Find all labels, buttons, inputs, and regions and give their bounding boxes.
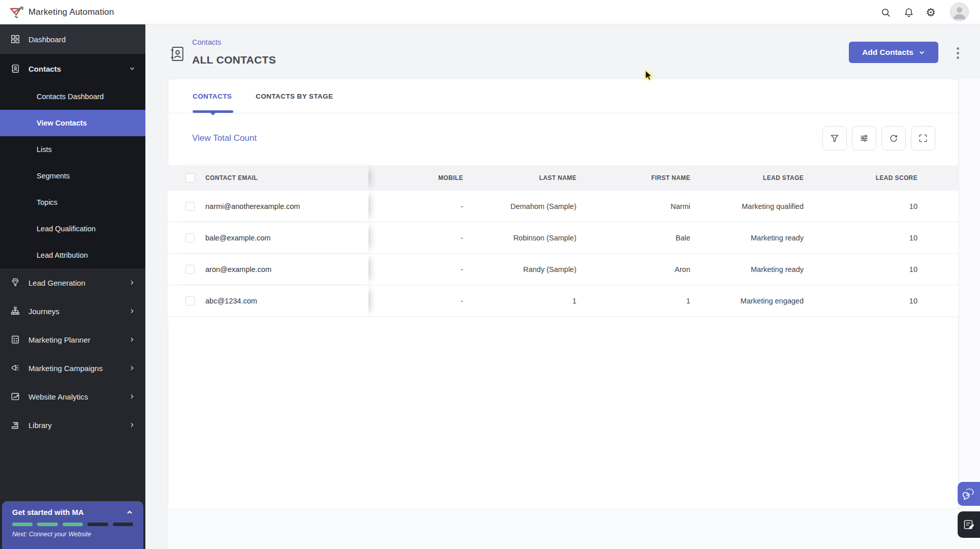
megaphone-icon — [11, 363, 20, 373]
header-contact-email: CONTACT EMAIL — [168, 165, 369, 191]
sub-item-label: Lead Attribution — [37, 251, 88, 259]
sliders-icon — [859, 133, 869, 143]
header-first-name: FIRST NAME — [577, 174, 691, 181]
sidebar-item-lead-generation[interactable]: Lead Generation — [0, 268, 145, 297]
cell-last-name: Robinson (Sample) — [464, 234, 577, 242]
feedback-compose-icon — [963, 518, 975, 531]
add-contacts-label: Add Contacts — [862, 48, 913, 57]
contacts-table: CONTACT EMAIL MOBILE LAST NAME FIRST NAM… — [168, 165, 959, 317]
progress-segment-done — [63, 523, 83, 526]
sidebar-item-lead-qualification[interactable]: Lead Qualification — [0, 216, 145, 242]
sidebar-item-segments[interactable]: Segments — [0, 163, 145, 189]
sidebar-item-lists[interactable]: Lists — [0, 136, 145, 163]
contact-email: abc@1234.com — [205, 297, 257, 305]
gear-icon[interactable]: ⚙ — [924, 6, 937, 19]
tab-contacts-by-stage[interactable]: CONTACTS BY STAGE — [256, 79, 333, 113]
cell-lead-score: 10 — [805, 202, 918, 210]
table-row[interactable]: abc@1234.com - 1 1 Marketing engaged 10 — [168, 285, 959, 317]
breadcrumb[interactable]: Contacts — [192, 38, 221, 46]
cell-contact-email: abc@1234.com — [168, 285, 369, 316]
contacts-book-icon — [11, 64, 20, 73]
table-row[interactable]: narmi@anotherexample.com - Demahom (Samp… — [168, 191, 959, 222]
chevron-down-icon — [918, 49, 925, 56]
fullscreen-button[interactable] — [911, 126, 935, 150]
more-options-kebab-icon[interactable] — [952, 45, 964, 61]
chat-widget-button[interactable] — [958, 482, 980, 506]
search-icon[interactable] — [879, 6, 893, 19]
sidebar-item-label: Contacts — [28, 65, 61, 73]
cell-mobile: - — [369, 297, 464, 305]
progress-segment-done — [12, 523, 33, 526]
sidebar-item-label: Dashboard — [28, 35, 66, 44]
row-checkbox[interactable] — [186, 296, 195, 306]
sidebar-item-view-contacts[interactable]: View Contacts — [0, 110, 145, 136]
cell-last-name: 1 — [464, 297, 577, 305]
sidebar-item-library[interactable]: Library — [0, 411, 145, 439]
app-logo-icon — [9, 5, 25, 20]
sidebar-item-journeys[interactable]: Journeys — [0, 297, 145, 325]
refresh-button[interactable] — [881, 126, 906, 150]
table-header-row: CONTACT EMAIL MOBILE LAST NAME FIRST NAM… — [168, 165, 959, 191]
contact-email: aron@example.com — [205, 265, 271, 273]
chevron-up-icon[interactable] — [126, 509, 133, 516]
table-row[interactable]: bale@example.com - Robinson (Sample) Bal… — [168, 222, 959, 254]
cell-mobile: - — [369, 202, 464, 210]
refresh-icon — [889, 133, 899, 143]
contact-email: narmi@anotherexample.com — [205, 202, 300, 210]
cell-mobile: - — [369, 234, 464, 242]
progress-segment-todo — [87, 523, 108, 526]
tab-contacts[interactable]: CONTACTS — [193, 79, 232, 113]
marketing-automation-app: Marketing Automation ⚙ D — [0, 0, 980, 549]
row-checkbox[interactable] — [186, 202, 195, 211]
sub-item-label: Contacts Dashboard — [37, 93, 104, 101]
sidebar-item-topics[interactable]: Topics — [0, 189, 145, 216]
sidebar-item-marketing-campaigns[interactable]: Marketing Campaigns — [0, 354, 145, 382]
contacts-book-icon — [169, 46, 185, 62]
frozen-column-edge — [168, 317, 369, 321]
row-checkbox[interactable] — [186, 233, 195, 242]
chevron-right-icon — [129, 393, 135, 400]
bell-icon[interactable] — [902, 6, 915, 19]
sidebar-item-label: Marketing Campaigns — [28, 364, 103, 373]
select-all-checkbox[interactable] — [186, 173, 195, 182]
analytics-chart-icon — [11, 392, 20, 401]
chevron-right-icon — [129, 280, 135, 286]
table-row[interactable]: aron@example.com - Randy (Sample) Aron M… — [168, 254, 959, 285]
fullscreen-icon — [918, 133, 928, 143]
journeys-flow-icon — [11, 307, 20, 316]
progress-segment-todo — [113, 523, 133, 526]
sidebar: Dashboard Contacts Contacts Dashboard Vi… — [0, 24, 145, 549]
chevron-right-icon — [129, 422, 135, 428]
sidebar-item-contacts[interactable]: Contacts — [0, 54, 145, 83]
bottom-strip — [168, 509, 980, 549]
chevron-right-icon — [129, 308, 135, 314]
feedback-widget-button[interactable] — [958, 511, 980, 538]
row-checkbox[interactable] — [186, 265, 195, 274]
header-last-name: LAST NAME — [464, 174, 577, 181]
mouse-cursor — [639, 66, 653, 80]
sidebar-item-dashboard[interactable]: Dashboard — [0, 24, 145, 54]
sidebar-item-label: Marketing Planner — [28, 336, 90, 344]
view-total-count-link[interactable]: View Total Count — [192, 133, 257, 143]
sidebar-item-website-analytics[interactable]: Website Analytics — [0, 382, 145, 411]
sub-item-label: View Contacts — [37, 119, 87, 127]
sidebar-item-contacts-dashboard[interactable]: Contacts Dashboard — [0, 83, 145, 110]
top-bar: Marketing Automation ⚙ — [0, 0, 980, 24]
column-label: CONTACT EMAIL — [205, 174, 258, 181]
cell-first-name: 1 — [577, 297, 691, 305]
avatar[interactable] — [950, 3, 969, 21]
sidebar-item-label: Lead Generation — [28, 279, 85, 287]
filter-funnel-icon — [830, 133, 840, 143]
chat-bubbles-icon — [962, 487, 975, 501]
customize-columns-button[interactable] — [852, 126, 876, 150]
get-started-panel[interactable]: Get started with MA Next: Connect your W… — [2, 501, 143, 549]
add-contacts-button[interactable]: Add Contacts — [849, 42, 938, 63]
planner-checklist-icon — [11, 335, 20, 344]
lead-funnel-icon — [11, 278, 20, 287]
library-book-icon — [11, 420, 20, 430]
header-lead-stage: LEAD STAGE — [691, 174, 805, 181]
sidebar-item-lead-attribution[interactable]: Lead Attribution — [0, 242, 145, 268]
sidebar-item-marketing-planner[interactable]: Marketing Planner — [0, 325, 145, 354]
filter-button[interactable] — [822, 126, 847, 150]
header-mobile: MOBILE — [369, 174, 464, 181]
